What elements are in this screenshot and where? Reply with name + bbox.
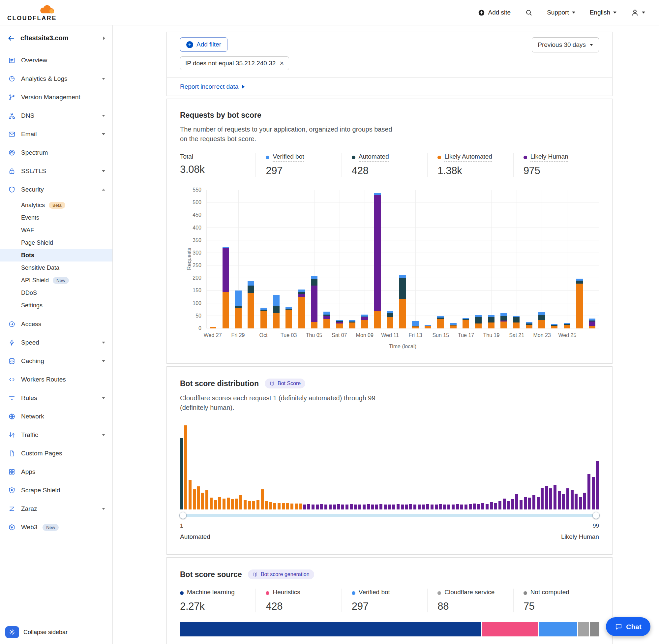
sidebar-item-security[interactable]: Security — [0, 180, 112, 199]
histogram-bar[interactable] — [278, 503, 281, 509]
histogram-bar[interactable] — [205, 490, 208, 509]
histogram-bar[interactable] — [422, 505, 425, 509]
chart-bar[interactable] — [564, 323, 570, 329]
histogram-bar[interactable] — [481, 503, 484, 509]
histogram-bar[interactable] — [460, 505, 463, 509]
histogram-bar[interactable] — [574, 493, 578, 509]
histogram-bar[interactable] — [566, 488, 569, 509]
chat-button[interactable]: Chat — [606, 617, 651, 636]
histogram-bar[interactable] — [324, 505, 327, 509]
report-incorrect-data-link[interactable]: Report incorrect data — [167, 77, 612, 96]
histogram-bar[interactable] — [405, 505, 408, 509]
histogram-bar[interactable] — [299, 504, 302, 509]
histogram-bar[interactable] — [571, 490, 573, 509]
histogram-bar[interactable] — [341, 505, 344, 509]
histogram-bar[interactable] — [210, 498, 213, 509]
sidebar-item-waf[interactable]: WAF — [0, 224, 112, 236]
slider-handle-max[interactable] — [592, 512, 600, 519]
sidebar-item-scrape-shield[interactable]: Scrape Shield — [0, 481, 112, 500]
histogram-bar[interactable] — [265, 501, 268, 510]
stat-label[interactable]: Not computed — [531, 589, 569, 597]
stat-label[interactable]: Likely Automated — [444, 153, 492, 162]
chart-bar[interactable] — [526, 322, 533, 328]
chart-bar[interactable] — [285, 307, 292, 328]
histogram-bar[interactable] — [545, 486, 548, 509]
histogram-bar[interactable] — [231, 499, 234, 509]
histogram-bar[interactable] — [587, 474, 590, 509]
sidebar-item-email[interactable]: Email — [0, 125, 112, 143]
collapse-sidebar-button[interactable]: Collapse sidebar — [5, 626, 68, 638]
chart-bar[interactable] — [463, 318, 469, 328]
histogram-bar[interactable] — [222, 499, 226, 509]
score-range-slider[interactable] — [180, 511, 599, 519]
histogram-bar[interactable] — [235, 499, 238, 509]
chart-bar[interactable] — [361, 315, 368, 328]
histogram-bar[interactable] — [197, 486, 200, 509]
sidebar-item-web3[interactable]: Web3New — [0, 518, 112, 536]
histogram-bar[interactable] — [397, 504, 400, 509]
histogram-bar[interactable] — [358, 505, 361, 509]
chart-bar[interactable] — [589, 319, 595, 329]
histogram-bar[interactable] — [507, 501, 510, 510]
chart-bar[interactable] — [349, 320, 355, 328]
sidebar-item-ddos[interactable]: DDoS — [0, 286, 112, 299]
sidebar-item-ssl-tls[interactable]: SSL/TLS — [0, 162, 112, 180]
histogram-bar[interactable] — [409, 504, 412, 509]
sidebar-item-analytics-logs[interactable]: Analytics & Logs — [0, 70, 112, 88]
chart-bar[interactable] — [399, 275, 406, 328]
histogram-bar[interactable] — [473, 504, 476, 509]
chart-bar[interactable] — [260, 308, 267, 328]
stat-label[interactable]: Verified bot — [359, 589, 390, 597]
chart-bar[interactable] — [500, 313, 507, 328]
sidebar-item-dns[interactable]: DNS — [0, 107, 112, 125]
histogram-bar[interactable] — [596, 461, 599, 509]
chart-bar[interactable] — [513, 316, 520, 328]
histogram-bar[interactable] — [384, 505, 387, 509]
histogram-bar[interactable] — [392, 505, 395, 509]
sidebar-item-spectrum[interactable]: Spectrum — [0, 143, 112, 162]
histogram-bar[interactable] — [311, 505, 314, 509]
stat-label[interactable]: Likely Human — [531, 153, 568, 162]
histogram-bar[interactable] — [443, 505, 446, 509]
histogram-bar[interactable] — [435, 505, 438, 509]
chart-bar[interactable] — [576, 279, 583, 328]
sidebar-item-sensitive-data[interactable]: Sensitive Data — [0, 261, 112, 274]
chart-bar[interactable] — [235, 291, 242, 328]
sidebar-item-bots[interactable]: Bots — [0, 249, 112, 261]
histogram-bar[interactable] — [549, 488, 552, 509]
bot-score-generation-badge[interactable]: Bot score generation — [248, 570, 314, 579]
stat-label[interactable]: Verified bot — [273, 153, 304, 162]
add-site-button[interactable]: Add site — [478, 9, 511, 16]
histogram-bar[interactable] — [371, 505, 374, 509]
histogram-bar[interactable] — [401, 505, 404, 509]
histogram-bar[interactable] — [375, 505, 378, 509]
histogram-bar[interactable] — [515, 494, 518, 509]
histogram-bar[interactable] — [282, 503, 285, 509]
histogram-bar[interactable] — [490, 502, 493, 509]
histogram-bar[interactable] — [430, 505, 433, 509]
cloudflare-logo[interactable]: CLOUDFLARE — [7, 4, 57, 22]
histogram-bar[interactable] — [456, 504, 459, 509]
histogram-bar[interactable] — [426, 504, 429, 509]
histogram-bar[interactable] — [524, 497, 527, 509]
histogram-bar[interactable] — [273, 503, 276, 509]
filter-chip[interactable]: IP does not equal 35.212.240.32 × — [180, 56, 289, 70]
histogram-bar[interactable] — [558, 491, 561, 509]
histogram-bar[interactable] — [346, 505, 349, 509]
histogram-bar[interactable] — [333, 505, 336, 509]
language-menu[interactable]: English — [590, 9, 616, 16]
histogram-bar[interactable] — [562, 494, 565, 509]
histogram-bar[interactable] — [528, 498, 531, 509]
histogram-bar[interactable] — [227, 498, 230, 509]
chart-bar[interactable] — [437, 316, 444, 328]
back-arrow-icon[interactable] — [7, 34, 15, 42]
histogram-bar[interactable] — [180, 438, 183, 509]
stat-label[interactable]: Automated — [359, 153, 389, 162]
histogram-bar[interactable] — [248, 501, 251, 510]
histogram-bar[interactable] — [214, 500, 217, 509]
support-menu[interactable]: Support — [547, 9, 575, 16]
histogram-bar[interactable] — [486, 504, 489, 509]
sidebar-item-traffic[interactable]: Traffic — [0, 426, 112, 444]
histogram-bar[interactable] — [498, 501, 501, 510]
sidebar-item-version-management[interactable]: Version Management — [0, 88, 112, 107]
